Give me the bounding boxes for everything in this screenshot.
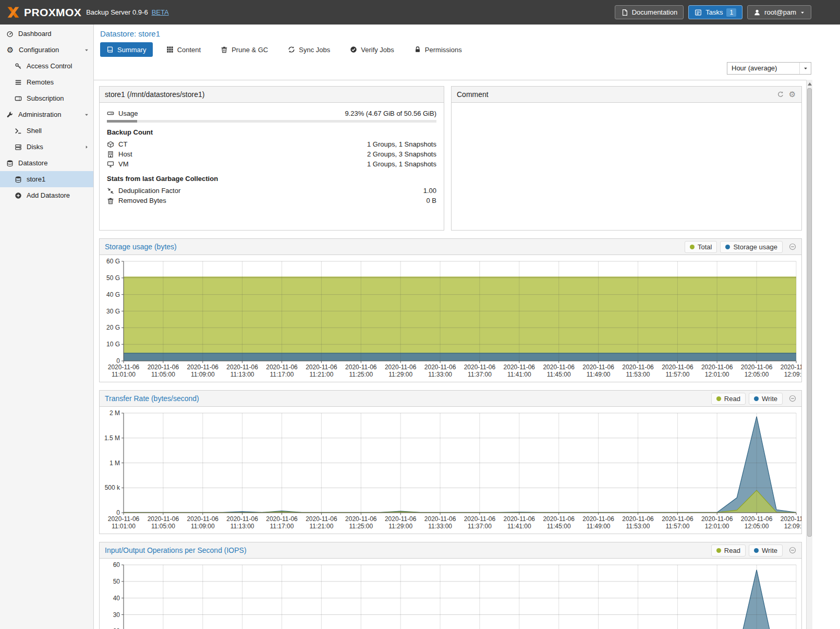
svg-text:2020-11-06: 2020-11-06: [662, 364, 693, 371]
svg-text:2020-11-06: 2020-11-06: [781, 515, 801, 523]
usage-value: 9.23% (4.67 GiB of 50.56 GiB): [345, 110, 436, 117]
svg-text:11:05:00: 11:05:00: [151, 523, 175, 530]
sidebar-item-subscription[interactable]: Subscription: [0, 90, 93, 106]
sidebar-item-dashboard[interactable]: Dashboard: [0, 26, 93, 42]
legend-item-write[interactable]: Write: [749, 545, 783, 557]
legend-label: Total: [698, 243, 712, 251]
row-value: 1.00: [423, 187, 436, 195]
sidebar-item-shell[interactable]: Shell: [0, 123, 93, 139]
time-range-select[interactable]: Hour (average): [727, 62, 811, 75]
svg-text:60 G: 60 G: [106, 258, 120, 265]
legend-item-total[interactable]: Total: [685, 241, 717, 253]
comment-body[interactable]: [452, 103, 801, 112]
chart-title: Transfer Rate (bytes/second): [105, 394, 199, 403]
sidebar-item-label: Configuration: [19, 46, 59, 54]
sidebar-item-add-datastore[interactable]: Add Datastore: [0, 187, 93, 203]
summary-content: store1 (/mnt/datastores/store1) Usage 9.…: [94, 80, 806, 629]
row-label: Host: [118, 150, 132, 158]
legend-dot: [754, 548, 759, 553]
legend-item-storage-usage[interactable]: Storage usage: [720, 241, 783, 253]
tab-verify-jobs[interactable]: Verify Jobs: [344, 42, 400, 57]
tab-label: Content: [177, 46, 201, 54]
svg-text:11:49:00: 11:49:00: [587, 523, 611, 530]
sidebar-item-configuration[interactable]: ⚙ Configuration: [0, 42, 93, 58]
proxmox-x-logo-icon: [6, 5, 20, 19]
tab-prune-gc[interactable]: Prune & GC: [214, 42, 274, 57]
sync-arrows-icon: [288, 46, 295, 53]
legend-item-write[interactable]: Write: [749, 393, 783, 405]
chevron-down-icon: [800, 10, 805, 15]
main-area: Datastore: store1 Summary Content Prune …: [94, 25, 812, 629]
svg-text:11:21:00: 11:21:00: [309, 371, 333, 378]
terminal-icon: [15, 127, 22, 135]
gear-icon[interactable]: ⚙: [788, 91, 796, 98]
svg-text:11:37:00: 11:37:00: [468, 371, 492, 378]
tab-label: Verify Jobs: [361, 46, 394, 54]
documentation-button[interactable]: Documentation: [615, 5, 684, 19]
row-value: 2 Groups, 3 Snapshots: [367, 150, 436, 158]
tab-content[interactable]: Content: [160, 42, 208, 57]
svg-text:2020-11-06: 2020-11-06: [701, 364, 733, 371]
database-icon: [15, 176, 22, 183]
backup-count-heading: Backup Count: [107, 128, 436, 136]
desktop-icon: [107, 161, 114, 168]
tab-label: Sync Jobs: [299, 46, 330, 54]
tasks-button[interactable]: Tasks 1: [688, 5, 742, 19]
row-value: 1 Groups, 1 Snapshots: [367, 160, 436, 168]
svg-text:11:45:00: 11:45:00: [547, 371, 571, 378]
svg-text:2020-11-06: 2020-11-06: [187, 364, 219, 371]
svg-text:11:17:00: 11:17:00: [270, 371, 294, 378]
caret-down-icon[interactable]: [84, 112, 89, 117]
plus-circle-icon: [15, 192, 22, 199]
scroll-up-arrow-icon[interactable]: [808, 82, 812, 86]
sidebar-item-label: Access Control: [27, 62, 72, 70]
svg-text:1.5 M: 1.5 M: [104, 434, 120, 442]
svg-text:40 G: 40 G: [106, 291, 120, 298]
collapse-minus-circle-icon[interactable]: [789, 243, 796, 250]
sidebar-item-datastore[interactable]: Datastore: [0, 155, 93, 171]
sidebar-item-access-control[interactable]: Access Control: [0, 58, 93, 74]
svg-text:11:01:00: 11:01:00: [112, 371, 136, 378]
product-subtitle: Backup Server 0.9-6: [86, 8, 148, 16]
svg-text:11:13:00: 11:13:00: [230, 371, 254, 378]
legend-item-read[interactable]: Read: [711, 545, 746, 557]
legend-item-read[interactable]: Read: [711, 393, 746, 405]
svg-text:30 G: 30 G: [106, 308, 120, 315]
sidebar-item-disks[interactable]: Disks: [0, 139, 93, 155]
collapse-minus-circle-icon[interactable]: [789, 395, 796, 402]
circular-arrow-icon[interactable]: [777, 91, 784, 98]
svg-text:2020-11-06: 2020-11-06: [543, 515, 575, 523]
svg-text:2020-11-06: 2020-11-06: [306, 364, 337, 371]
legend-dot: [690, 245, 695, 249]
grid-icon: [166, 46, 174, 53]
svg-text:2020-11-06: 2020-11-06: [306, 515, 337, 523]
datastore-info-panel: store1 (/mnt/datastores/store1) Usage 9.…: [99, 86, 444, 231]
beta-link[interactable]: BETA: [152, 8, 169, 16]
caret-down-icon[interactable]: [84, 47, 89, 53]
vertical-scrollbar[interactable]: [806, 80, 812, 629]
tab-permissions[interactable]: Permissions: [408, 42, 468, 57]
tab-summary[interactable]: Summary: [100, 42, 153, 57]
tab-label: Permissions: [425, 46, 462, 54]
scrollbar-thumb[interactable]: [807, 88, 812, 537]
legend-label: Write: [762, 395, 777, 403]
brand-name: PROXMOX: [24, 6, 81, 19]
top-bar: PROXMOX Backup Server 0.9-6 BETA Documen…: [0, 0, 840, 25]
sidebar-item-label: Subscription: [27, 94, 64, 102]
sidebar-item-administration[interactable]: Administration: [0, 106, 93, 123]
collapse-minus-circle-icon[interactable]: [789, 547, 796, 554]
user-menu-button[interactable]: root@pam: [747, 5, 811, 19]
backup-count-row-ct: CT 1 Groups, 1 Snapshots: [107, 139, 436, 149]
svg-text:2020-11-06: 2020-11-06: [504, 515, 535, 523]
proxmox-backup-server-app: PROXMOX Backup Server 0.9-6 BETA Documen…: [0, 0, 840, 629]
proxmox-logo: PROXMOX: [6, 5, 81, 19]
sidebar-item-label: Administration: [18, 111, 61, 118]
sidebar-item-store1[interactable]: store1: [0, 171, 93, 187]
legend-dot: [716, 396, 721, 401]
sidebar-item-remotes[interactable]: Remotes: [0, 74, 93, 90]
caret-right-icon[interactable]: [84, 144, 89, 150]
sidebar: Dashboard ⚙ Configuration Access Control…: [0, 25, 94, 629]
svg-text:2020-11-06: 2020-11-06: [582, 515, 614, 523]
tab-sync-jobs[interactable]: Sync Jobs: [282, 42, 336, 57]
usage-progress-bar: [107, 120, 436, 123]
